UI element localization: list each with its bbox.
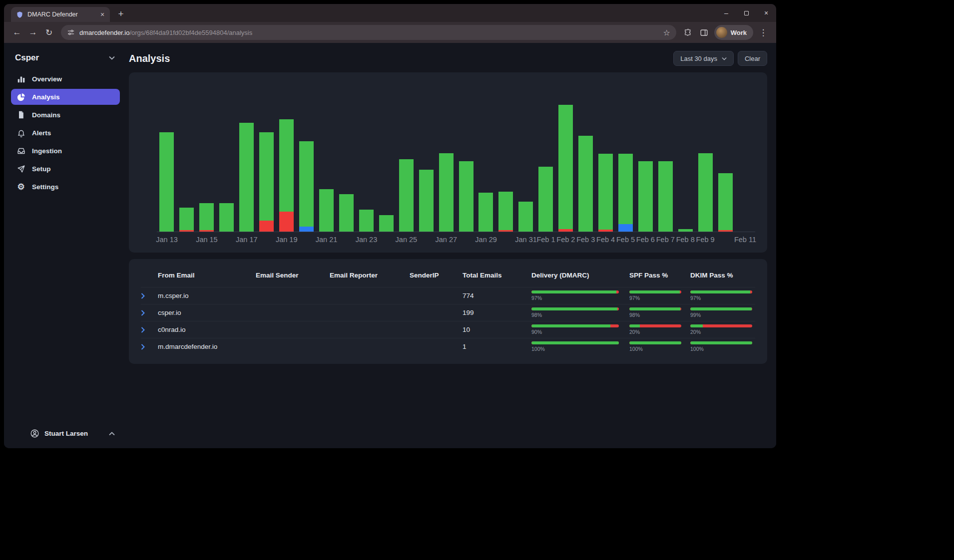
sidebar-item-overview[interactable]: Overview: [11, 71, 120, 87]
sidebar-item-label: Alerts: [32, 129, 51, 137]
sidebar-item-ingestion[interactable]: Ingestion: [11, 143, 120, 159]
browser-tab[interactable]: DMARC Defender ×: [11, 7, 110, 22]
chart-bar-jan-17[interactable]: [237, 79, 257, 232]
spf-progress: 98%: [629, 307, 690, 318]
url-domain: dmarcdefender.io: [79, 29, 129, 36]
x-tick-label: Jan 27: [436, 236, 456, 244]
chart-bar-feb-4[interactable]: [596, 79, 616, 232]
total-emails-cell: 10: [463, 326, 531, 333]
chart-bar-jan-21[interactable]: [317, 79, 337, 232]
table-row[interactable]: m.csper.io 774 97% 97% 97%: [141, 287, 755, 304]
dmarc-progress: 100%: [531, 341, 629, 352]
spf-progress: 100%: [629, 341, 690, 352]
reload-button[interactable]: ↻: [41, 24, 57, 40]
sidebar-item-alerts[interactable]: Alerts: [11, 125, 120, 141]
clear-button[interactable]: Clear: [738, 51, 767, 66]
main-content: Analysis Last 30 days Clear Jan 13Jan 15…: [125, 43, 776, 448]
chart-plot: [157, 79, 755, 232]
sidebar-item-label: Setup: [32, 165, 51, 173]
sidebar-item-analysis[interactable]: Analysis: [11, 89, 120, 105]
table-row[interactable]: m.dmarcdefender.io 1 100% 100% 100%: [141, 338, 755, 355]
chart-bar-jan-15[interactable]: [197, 79, 217, 232]
date-range-button[interactable]: Last 30 days: [673, 51, 734, 66]
document-icon: [16, 110, 26, 120]
sidebar-item-setup[interactable]: Setup: [11, 161, 120, 177]
address-bar[interactable]: dmarcdefender.io/orgs/68f4da91fd02bf4de5…: [61, 25, 676, 40]
dmarc-percent-label: 98%: [531, 312, 629, 318]
chart-bar-jan-30[interactable]: [496, 79, 516, 232]
chart-bar-feb-3[interactable]: [576, 79, 596, 232]
sidebar-item-label: Analysis: [32, 93, 60, 101]
chart-bar-feb-1[interactable]: [536, 79, 556, 232]
chart-bar-jan-18[interactable]: [257, 79, 277, 232]
chart-bar-jan-16[interactable]: [217, 79, 237, 232]
chart-bar-feb-7[interactable]: [655, 79, 675, 232]
chart-bar-jan-22[interactable]: [336, 79, 356, 232]
chart-bar-jan-25[interactable]: [396, 79, 416, 232]
x-tick-label: Jan 15: [197, 236, 217, 244]
profile-avatar: [716, 27, 727, 38]
url-text: dmarcdefender.io/orgs/68f4da91fd02bf4de5…: [79, 29, 658, 36]
x-tick-label: [715, 236, 735, 244]
sidebar-item-label: Settings: [32, 183, 58, 191]
table-row[interactable]: csper.io 199 98% 98% 99%: [141, 304, 755, 321]
x-tick-label: Jan 17: [237, 236, 257, 244]
site-info-icon[interactable]: [67, 28, 75, 36]
dkim-percent-label: 99%: [690, 312, 755, 318]
profile-chip[interactable]: Work: [714, 25, 753, 40]
chart-bar-feb-9[interactable]: [695, 79, 715, 232]
column-header: Email Reporter: [330, 272, 410, 279]
x-tick-label: Feb 11: [735, 236, 755, 244]
chart-bar-feb-6[interactable]: [636, 79, 656, 232]
browser-menu-icon[interactable]: ⋮: [755, 24, 771, 40]
back-button[interactable]: ←: [9, 24, 25, 40]
chart-bar-feb-8[interactable]: [675, 79, 695, 232]
chart-bar-jan-23[interactable]: [356, 79, 376, 232]
date-range-label: Last 30 days: [680, 55, 717, 62]
column-header: SenderIP: [410, 272, 463, 279]
chart-bar-jan-13[interactable]: [157, 79, 177, 232]
org-switcher[interactable]: Csper: [11, 51, 120, 71]
x-tick-label: [297, 236, 317, 244]
chart-bar-jan-24[interactable]: [376, 79, 396, 232]
x-tick-label: [376, 236, 396, 244]
from-email-cell: csper.io: [158, 309, 256, 316]
chart-bar-jan-31[interactable]: [516, 79, 536, 232]
bookmark-star-icon[interactable]: ☆: [663, 28, 670, 37]
new-tab-button[interactable]: +: [114, 7, 128, 21]
row-expand-chevron-icon[interactable]: [141, 310, 158, 316]
chart-bar-feb-5[interactable]: [616, 79, 636, 232]
inbox-icon: [16, 146, 26, 156]
extensions-puzzle-icon[interactable]: [680, 24, 696, 40]
chart-bar-feb-2[interactable]: [556, 79, 576, 232]
dkim-percent-label: 100%: [690, 346, 755, 352]
chart-bar-jan-19[interactable]: [277, 79, 297, 232]
chart-bar-jan-26[interactable]: [416, 79, 436, 232]
chart-bar-jan-27[interactable]: [436, 79, 456, 232]
chart-bar-jan-29[interactable]: [476, 79, 496, 232]
row-expand-chevron-icon[interactable]: [141, 327, 158, 333]
forward-button[interactable]: →: [25, 24, 41, 40]
close-window-button[interactable]: ×: [756, 4, 776, 22]
minimize-button[interactable]: –: [716, 4, 736, 22]
sidebar-item-settings[interactable]: ⚙ Settings: [11, 179, 120, 195]
side-panel-icon[interactable]: [696, 24, 712, 40]
row-expand-chevron-icon[interactable]: [141, 344, 158, 350]
user-menu[interactable]: Stuart Larsen: [11, 429, 120, 438]
dkim-progress: 100%: [690, 341, 755, 352]
maximize-button[interactable]: [736, 4, 756, 22]
chart-bar-jan-14[interactable]: [177, 79, 197, 232]
row-expand-chevron-icon[interactable]: [141, 293, 158, 299]
table-row[interactable]: c0nrad.io 10 90% 20% 20%: [141, 321, 755, 338]
chart-bar-jan-28[interactable]: [456, 79, 476, 232]
sidebar-nav: Overview Analysis Domains Alerts Ingesti…: [11, 71, 120, 195]
dmarc-progress: 97%: [531, 290, 629, 301]
x-tick-label: Feb 1: [536, 236, 556, 244]
chart-bar-feb-11[interactable]: [735, 79, 755, 232]
chart-bar-feb-10[interactable]: [715, 79, 735, 232]
chart-bar-jan-20[interactable]: [297, 79, 317, 232]
maximize-icon: [744, 11, 749, 15]
x-tick-label: [337, 236, 357, 244]
sidebar-item-domains[interactable]: Domains: [11, 107, 120, 123]
tab-close-icon[interactable]: ×: [98, 10, 107, 19]
